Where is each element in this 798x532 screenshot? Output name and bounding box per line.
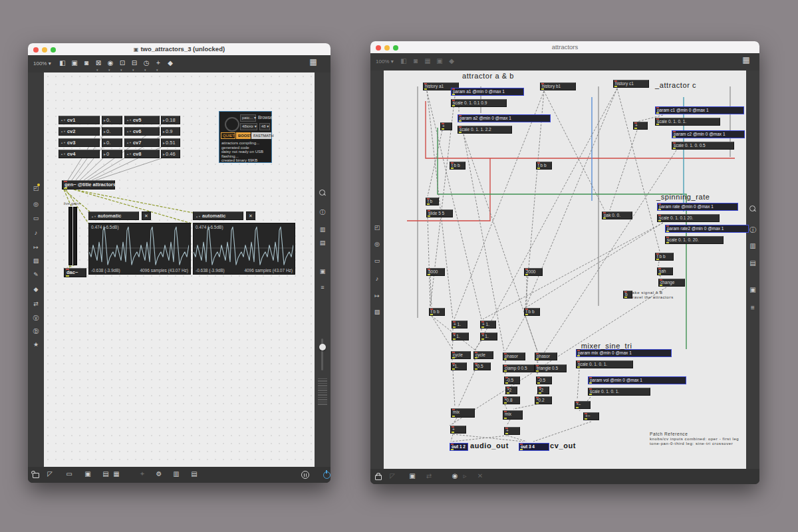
number-box-cv7[interactable]: ▸0.51: [161, 138, 180, 147]
patch-object[interactable]: t b b: [655, 253, 674, 261]
dac-object[interactable]: dac~: [64, 268, 86, 277]
gen-object[interactable]: gen~ @title attractors: [62, 180, 115, 190]
favorites-icon[interactable]: ★: [31, 341, 41, 348]
patch-popup[interactable]: patc... ▾: [240, 114, 256, 122]
patch-object[interactable]: triangle 0.5: [535, 364, 567, 372]
patch-object[interactable]: mix: [503, 410, 523, 420]
audio-status-icon[interactable]: ◎: [31, 201, 41, 207]
paint-format-icon[interactable]: ◆: [447, 57, 456, 65]
param-box-cv3[interactable]: ▲▼cv3: [59, 138, 100, 147]
patch-object[interactable]: t b b: [536, 162, 552, 170]
param-box-cv2[interactable]: ▲▼cv2: [59, 127, 100, 136]
param-box-cv6[interactable]: ▲▼cv6: [124, 127, 160, 136]
patch-object[interactable]: * 1.: [452, 332, 469, 340]
message-box-icon[interactable]: ⊡▾: [118, 59, 127, 67]
patch-object[interactable]: param a1 @min 0 @max 1: [451, 88, 524, 96]
patch-object[interactable]: scale 0. 1. 1. 2.2: [458, 126, 512, 134]
inspector-info-icon[interactable]: ⓘ: [317, 208, 328, 217]
patch-object[interactable]: out 3 4: [519, 443, 549, 451]
patch-object[interactable]: *0.5: [473, 362, 491, 370]
patch-object[interactable]: *1.: [451, 362, 467, 370]
paint-format-icon[interactable]: ◆: [166, 59, 175, 67]
number-box-cv4[interactable]: ▸0: [102, 150, 122, 158]
patch-object[interactable]: *~: [575, 401, 591, 409]
button-box-icon[interactable]: ▣: [435, 57, 444, 65]
comment-box-icon[interactable]: ◙: [411, 57, 420, 65]
select-arrow-icon[interactable]: ◸: [45, 470, 55, 477]
vector-popup[interactable]: 48 ▾: [259, 123, 270, 130]
button-box-icon[interactable]: ◉▾: [106, 59, 115, 67]
number-box-cv2[interactable]: ▸0.: [102, 127, 122, 136]
inspector-info-icon[interactable]: ⓘ: [747, 225, 758, 235]
number-box-cv3[interactable]: ▸0.: [102, 138, 122, 147]
reference-list-icon[interactable]: ▤: [747, 259, 758, 267]
patch-object[interactable]: *2: [505, 386, 517, 394]
packages-icon[interactable]: ◰: [372, 224, 382, 231]
patch-object[interactable]: param mix @min 0 @max 1: [576, 349, 672, 357]
audio-power-icon[interactable]: [323, 471, 331, 479]
tab-fastmath[interactable]: FASTMATH: [251, 132, 271, 139]
object-box-icon[interactable]: ▣: [70, 59, 79, 67]
media-browser-icon[interactable]: ▨: [31, 257, 41, 264]
media-browser-icon[interactable]: ▨: [372, 309, 382, 315]
number-box-cv8[interactable]: ▸0.46: [161, 150, 180, 158]
snippets-icon[interactable]: ↦: [372, 293, 382, 299]
patch-object[interactable]: * 1.: [480, 332, 497, 340]
snapshot-camera-icon[interactable]: ▣: [317, 268, 328, 275]
browse-button[interactable]: Browse: [258, 115, 273, 120]
reference-list-icon[interactable]: ▤: [317, 239, 328, 246]
scope-close-button[interactable]: ✕: [142, 211, 151, 220]
toggle-box-icon[interactable]: ⊠▾: [94, 59, 103, 67]
patch-object[interactable]: param rate2 @min 0 @max 1: [665, 225, 749, 233]
search-icon[interactable]: [749, 205, 755, 211]
keyboard-icon[interactable]: ▤: [190, 470, 199, 477]
snippets-icon[interactable]: ↦: [31, 244, 41, 251]
patch-object[interactable]: scale 0. 1. 0.1 20.: [657, 214, 720, 222]
clock-transport-icon[interactable]: ◷▾: [142, 59, 151, 67]
patch-object[interactable]: pak 0. 0.: [602, 211, 632, 219]
mixer-sliders-icon[interactable]: ≡: [747, 304, 758, 311]
number-box-cv1[interactable]: ▸0.: [102, 116, 122, 124]
patch-object[interactable]: 2000: [524, 268, 543, 276]
patch-object[interactable]: scale 0. 1. 0. 20.: [665, 236, 724, 244]
loop-icon[interactable]: ⇄: [424, 472, 434, 479]
param-box-cv5[interactable]: ▲▼cv5: [124, 116, 160, 124]
patch-object[interactable]: *2: [537, 386, 549, 394]
patch-object[interactable]: param a2 @min 0 @max 1: [458, 114, 551, 122]
right-titlebar[interactable]: attractors: [370, 41, 759, 54]
patching-mode-icon[interactable]: ◧: [58, 59, 67, 67]
tools-wrench-icon[interactable]: ⚙: [154, 470, 164, 477]
patch-object[interactable]: + 1.: [452, 321, 467, 329]
mixer-sliders-icon[interactable]: ≡: [317, 284, 328, 291]
patch-object[interactable]: +~: [583, 412, 599, 420]
tab-quiet[interactable]: QUIET: [221, 132, 235, 139]
patch-object[interactable]: history c1: [613, 80, 649, 88]
param-box-cv8[interactable]: ▲▼cv8: [124, 150, 160, 158]
patch-object[interactable]: clamp 0 0.5: [503, 364, 535, 372]
live-gain-slider[interactable]: [73, 207, 77, 265]
audio-meter-icon[interactable]: [301, 471, 309, 479]
zoom-selector[interactable]: 100% ▾: [376, 59, 394, 65]
sidebar-columns-icon[interactable]: ▥: [747, 242, 758, 249]
lock-icon[interactable]: [375, 475, 382, 480]
sidebar-columns-icon[interactable]: ▥: [317, 226, 328, 233]
patching-mode-icon[interactable]: ◧: [399, 57, 408, 65]
patch-object[interactable]: *0.2: [535, 396, 552, 404]
right-patcher-canvas[interactable]: history a1history b1history c1param a1 @…: [384, 70, 746, 469]
presentation-icon[interactable]: ▭: [65, 470, 74, 477]
snip-icon[interactable]: ✕: [475, 472, 485, 479]
patch-object[interactable]: sah: [657, 267, 673, 275]
samplerate-popup[interactable]: 48kHz ▾: [240, 123, 257, 130]
flag-icon[interactable]: ▹: [460, 472, 469, 479]
wand-icon[interactable]: ✦: [138, 470, 147, 477]
param-box-cv7[interactable]: ▲▼cv7: [124, 138, 160, 147]
number-box-cv6[interactable]: ▸0.9: [161, 127, 180, 136]
console-icon[interactable]: ▭: [31, 215, 41, 221]
number-box-icon[interactable]: ⊟▾: [130, 59, 139, 67]
patch-object[interactable]: history b1: [540, 82, 576, 90]
zoom-slider-knob[interactable]: [319, 344, 326, 350]
patch-object[interactable]: phasor: [503, 352, 525, 360]
patch-object[interactable]: scale 0. 1. 0. 1.: [655, 118, 720, 126]
swap-icon[interactable]: ⇄: [31, 301, 41, 307]
console-icon[interactable]: ▭: [372, 257, 382, 264]
